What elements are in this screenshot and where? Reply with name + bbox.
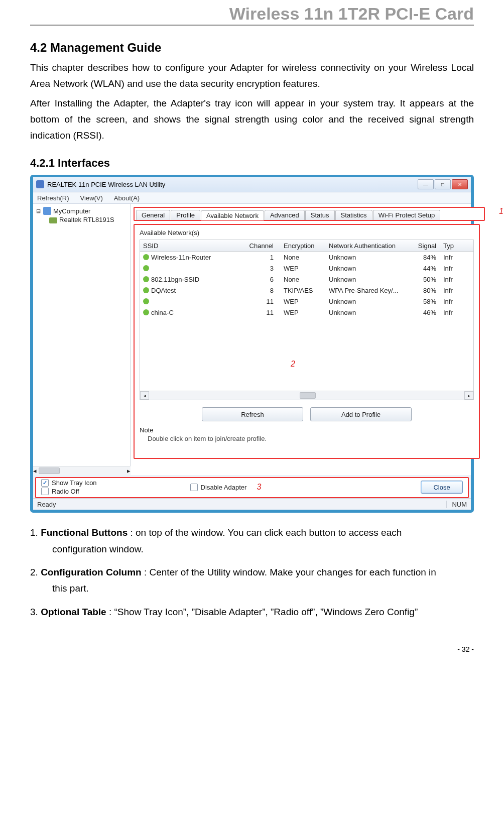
maximize-button[interactable]: □ [435,179,451,189]
page-header: Wireless 11n 1T2R PCI-E Card [30,4,474,26]
table-row[interactable]: 3WEPUnknown44%Infr [140,263,473,274]
page-number: - 32 - [30,645,474,653]
table-row[interactable]: china-C11WEPUnknown46%Infr [140,307,473,318]
status-num: NUM [446,501,467,508]
tree-child[interactable]: Realtek RTL8191S [49,216,128,223]
scroll-left-icon[interactable]: ◂ [140,391,149,400]
table-scrollbar[interactable]: ◂ ▸ [140,391,473,400]
tab-general[interactable]: General [136,210,170,220]
tab-status[interactable]: Status [305,210,335,220]
add-to-profile-button[interactable]: Add to Profile [310,407,412,421]
tab-profile[interactable]: Profile [171,210,200,220]
note-label: Note [140,426,474,434]
checkbox-checked-icon: ✓ [41,479,49,487]
status-bar: Ready NUM [33,498,471,510]
status-text: Ready [37,501,56,508]
callout-1: 1 [499,207,503,216]
network-icon [143,254,149,260]
table-row[interactable]: 802.11bgn-SSID6NoneUnknown50%Infr [140,274,473,285]
tree-root-label: MyComputer [53,207,90,215]
section-title: 4.2 Management Guide [30,41,474,55]
options-row: ✓ Show Tray Icon Radio Off Disable Adapt… [35,477,469,498]
disable-adapter-label: Disable Adapter [201,484,247,491]
tree-child-label: Realtek RTL8191S [59,216,114,223]
titlebar: REALTEK 11n PCIE Wireless LAN Utility — … [33,177,471,192]
config-panel: Available Network(s) SSID Channel Encryp… [134,224,480,459]
list-item-2: 2. Configuration Column : Center of the … [30,564,474,597]
table-row[interactable]: Wireless-11n-Router1NoneUnknown84%Infr [140,252,473,263]
network-icon [143,309,149,315]
col-ssid[interactable]: SSID [140,242,245,250]
computer-icon [43,207,51,215]
tree-collapse-icon[interactable]: ⊟ [35,208,41,214]
app-icon [36,180,44,188]
subsection-title: 4.2.1 Interfaces [30,157,474,170]
tree-scrollbar[interactable]: ◂ ▸ [33,466,131,475]
table-header: SSID Channel Encryption Network Authenti… [140,240,473,252]
radio-off-checkbox[interactable]: Radio Off [41,488,97,495]
radio-off-label: Radio Off [52,488,79,495]
menu-refresh[interactable]: Refresh(R) [37,194,69,202]
show-tray-label: Show Tray Icon [52,479,97,487]
tab-wps[interactable]: Wi-Fi Protect Setup [373,210,441,220]
col-type[interactable]: Typ [440,242,455,250]
device-tree: ⊟ MyComputer Realtek RTL8191S [33,204,131,466]
list-item-1: 1. Functional Buttons : on top of the wi… [30,525,474,557]
checkbox-icon [41,488,49,495]
note-text: Double click on item to join/create prof… [148,435,474,442]
disable-adapter-checkbox[interactable]: Disable Adapter [190,484,247,491]
menu-bar: Refresh(R) View(V) About(A) [33,192,471,204]
table-row[interactable]: DQAtest8TKIP/AESWPA Pre-Shared Key/...80… [140,285,473,296]
window-title: REALTEK 11n PCIE Wireless LAN Utility [47,181,418,188]
scroll-thumb[interactable] [39,467,60,474]
network-table: SSID Channel Encryption Network Authenti… [140,240,474,400]
network-icon [143,287,149,293]
network-icon [143,265,149,271]
network-icon [143,298,149,304]
col-channel[interactable]: Channel [245,242,281,250]
scroll-right-icon[interactable]: ▸ [127,467,131,475]
menu-about[interactable]: About(A) [114,194,140,202]
paragraph-2: After Installing the Adapter, the Adapte… [30,95,474,144]
tab-strip: General Profile Available Network Advanc… [134,207,485,221]
tab-advanced[interactable]: Advanced [265,210,305,220]
table-row[interactable]: 11WEPUnknown58%Infr [140,296,473,307]
callout-2: 2 [291,360,295,369]
col-encryption[interactable]: Encryption [281,242,326,250]
scroll-right-icon[interactable]: ▸ [464,391,473,400]
network-icon [143,276,149,282]
callout-3: 3 [257,483,261,492]
tab-statistics[interactable]: Statistics [335,210,372,220]
app-window: REALTEK 11n PCIE Wireless LAN Utility — … [30,175,474,513]
col-auth[interactable]: Network Authentication [326,242,411,250]
minimize-button[interactable]: — [418,179,434,189]
tree-root[interactable]: ⊟ MyComputer [35,207,128,215]
window-close-button[interactable]: ✕ [452,179,468,189]
refresh-button[interactable]: Refresh [202,407,303,421]
tab-available-network[interactable]: Available Network [201,210,264,220]
adapter-icon [49,217,57,223]
close-button[interactable]: Close [421,481,463,494]
col-signal[interactable]: Signal [411,242,440,250]
list-item-3: 3. Optional Table : “Show Tray Icon”, ”D… [30,604,474,620]
scroll-thumb[interactable] [300,392,316,399]
show-tray-checkbox[interactable]: ✓ Show Tray Icon [41,479,97,487]
paragraph-1: This chapter describes how to configure … [30,60,474,92]
checkbox-icon [190,484,198,491]
group-label: Available Network(s) [140,229,474,237]
menu-view[interactable]: View(V) [80,194,103,202]
scroll-left-icon[interactable]: ◂ [33,467,37,475]
